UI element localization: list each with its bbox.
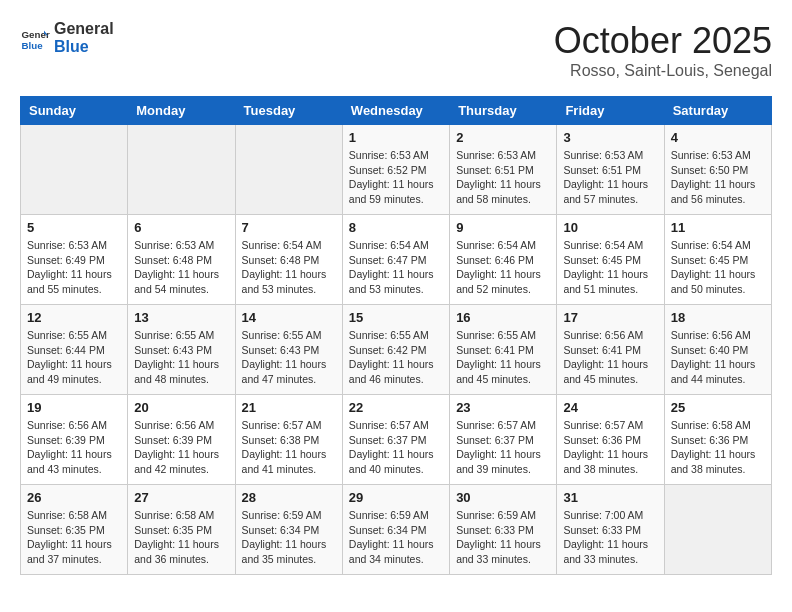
calendar-cell: 1Sunrise: 6:53 AM Sunset: 6:52 PM Daylig…: [342, 125, 449, 215]
calendar-cell: 30Sunrise: 6:59 AM Sunset: 6:33 PM Dayli…: [450, 485, 557, 575]
day-number: 19: [27, 400, 121, 415]
day-info: Sunrise: 6:56 AM Sunset: 6:39 PM Dayligh…: [134, 418, 228, 477]
day-info: Sunrise: 6:58 AM Sunset: 6:36 PM Dayligh…: [671, 418, 765, 477]
calendar-cell: 29Sunrise: 6:59 AM Sunset: 6:34 PM Dayli…: [342, 485, 449, 575]
calendar-cell: 28Sunrise: 6:59 AM Sunset: 6:34 PM Dayli…: [235, 485, 342, 575]
day-number: 30: [456, 490, 550, 505]
day-number: 6: [134, 220, 228, 235]
calendar-cell: 13Sunrise: 6:55 AM Sunset: 6:43 PM Dayli…: [128, 305, 235, 395]
month-title: October 2025: [554, 20, 772, 62]
day-number: 4: [671, 130, 765, 145]
week-row-2: 5Sunrise: 6:53 AM Sunset: 6:49 PM Daylig…: [21, 215, 772, 305]
day-number: 9: [456, 220, 550, 235]
day-info: Sunrise: 6:57 AM Sunset: 6:37 PM Dayligh…: [349, 418, 443, 477]
day-info: Sunrise: 6:56 AM Sunset: 6:41 PM Dayligh…: [563, 328, 657, 387]
logo-icon: General Blue: [20, 23, 50, 53]
day-number: 20: [134, 400, 228, 415]
calendar-cell: 19Sunrise: 6:56 AM Sunset: 6:39 PM Dayli…: [21, 395, 128, 485]
weekday-header-thursday: Thursday: [450, 97, 557, 125]
day-info: Sunrise: 6:55 AM Sunset: 6:43 PM Dayligh…: [134, 328, 228, 387]
day-info: Sunrise: 6:53 AM Sunset: 6:51 PM Dayligh…: [563, 148, 657, 207]
day-number: 14: [242, 310, 336, 325]
day-info: Sunrise: 6:54 AM Sunset: 6:46 PM Dayligh…: [456, 238, 550, 297]
header: General Blue General Blue October 2025 R…: [20, 20, 772, 80]
day-info: Sunrise: 6:53 AM Sunset: 6:49 PM Dayligh…: [27, 238, 121, 297]
calendar-cell: 27Sunrise: 6:58 AM Sunset: 6:35 PM Dayli…: [128, 485, 235, 575]
day-info: Sunrise: 6:55 AM Sunset: 6:43 PM Dayligh…: [242, 328, 336, 387]
day-number: 25: [671, 400, 765, 415]
week-row-1: 1Sunrise: 6:53 AM Sunset: 6:52 PM Daylig…: [21, 125, 772, 215]
day-number: 24: [563, 400, 657, 415]
day-number: 17: [563, 310, 657, 325]
day-number: 7: [242, 220, 336, 235]
weekday-header-tuesday: Tuesday: [235, 97, 342, 125]
day-info: Sunrise: 6:54 AM Sunset: 6:48 PM Dayligh…: [242, 238, 336, 297]
calendar-cell: [235, 125, 342, 215]
calendar-cell: 14Sunrise: 6:55 AM Sunset: 6:43 PM Dayli…: [235, 305, 342, 395]
day-info: Sunrise: 6:57 AM Sunset: 6:36 PM Dayligh…: [563, 418, 657, 477]
day-info: Sunrise: 6:57 AM Sunset: 6:38 PM Dayligh…: [242, 418, 336, 477]
location-title: Rosso, Saint-Louis, Senegal: [554, 62, 772, 80]
day-info: Sunrise: 6:58 AM Sunset: 6:35 PM Dayligh…: [134, 508, 228, 567]
day-info: Sunrise: 6:53 AM Sunset: 6:52 PM Dayligh…: [349, 148, 443, 207]
calendar-cell: 5Sunrise: 6:53 AM Sunset: 6:49 PM Daylig…: [21, 215, 128, 305]
day-number: 27: [134, 490, 228, 505]
day-number: 3: [563, 130, 657, 145]
day-number: 15: [349, 310, 443, 325]
logo-blue: Blue: [54, 38, 114, 56]
day-info: Sunrise: 6:55 AM Sunset: 6:41 PM Dayligh…: [456, 328, 550, 387]
day-info: Sunrise: 6:57 AM Sunset: 6:37 PM Dayligh…: [456, 418, 550, 477]
weekday-header-saturday: Saturday: [664, 97, 771, 125]
calendar-cell: 8Sunrise: 6:54 AM Sunset: 6:47 PM Daylig…: [342, 215, 449, 305]
day-number: 21: [242, 400, 336, 415]
day-number: 8: [349, 220, 443, 235]
day-info: Sunrise: 6:54 AM Sunset: 6:47 PM Dayligh…: [349, 238, 443, 297]
day-number: 10: [563, 220, 657, 235]
calendar-cell: 3Sunrise: 6:53 AM Sunset: 6:51 PM Daylig…: [557, 125, 664, 215]
svg-text:Blue: Blue: [22, 39, 44, 50]
calendar-cell: 31Sunrise: 7:00 AM Sunset: 6:33 PM Dayli…: [557, 485, 664, 575]
calendar-cell: 4Sunrise: 6:53 AM Sunset: 6:50 PM Daylig…: [664, 125, 771, 215]
day-info: Sunrise: 6:56 AM Sunset: 6:39 PM Dayligh…: [27, 418, 121, 477]
day-info: Sunrise: 6:53 AM Sunset: 6:50 PM Dayligh…: [671, 148, 765, 207]
day-number: 23: [456, 400, 550, 415]
day-info: Sunrise: 6:54 AM Sunset: 6:45 PM Dayligh…: [671, 238, 765, 297]
weekday-header-monday: Monday: [128, 97, 235, 125]
calendar-cell: 25Sunrise: 6:58 AM Sunset: 6:36 PM Dayli…: [664, 395, 771, 485]
calendar-cell: [664, 485, 771, 575]
day-info: Sunrise: 6:54 AM Sunset: 6:45 PM Dayligh…: [563, 238, 657, 297]
day-number: 26: [27, 490, 121, 505]
day-info: Sunrise: 6:53 AM Sunset: 6:51 PM Dayligh…: [456, 148, 550, 207]
week-row-4: 19Sunrise: 6:56 AM Sunset: 6:39 PM Dayli…: [21, 395, 772, 485]
day-info: Sunrise: 6:56 AM Sunset: 6:40 PM Dayligh…: [671, 328, 765, 387]
calendar-cell: 17Sunrise: 6:56 AM Sunset: 6:41 PM Dayli…: [557, 305, 664, 395]
calendar-cell: 12Sunrise: 6:55 AM Sunset: 6:44 PM Dayli…: [21, 305, 128, 395]
day-info: Sunrise: 6:55 AM Sunset: 6:44 PM Dayligh…: [27, 328, 121, 387]
calendar-cell: 9Sunrise: 6:54 AM Sunset: 6:46 PM Daylig…: [450, 215, 557, 305]
day-number: 22: [349, 400, 443, 415]
day-info: Sunrise: 6:59 AM Sunset: 6:33 PM Dayligh…: [456, 508, 550, 567]
calendar-cell: 26Sunrise: 6:58 AM Sunset: 6:35 PM Dayli…: [21, 485, 128, 575]
calendar-cell: 23Sunrise: 6:57 AM Sunset: 6:37 PM Dayli…: [450, 395, 557, 485]
day-number: 18: [671, 310, 765, 325]
weekday-header-wednesday: Wednesday: [342, 97, 449, 125]
logo: General Blue General Blue: [20, 20, 114, 55]
calendar-cell: [128, 125, 235, 215]
day-info: Sunrise: 6:59 AM Sunset: 6:34 PM Dayligh…: [242, 508, 336, 567]
day-number: 31: [563, 490, 657, 505]
day-info: Sunrise: 6:53 AM Sunset: 6:48 PM Dayligh…: [134, 238, 228, 297]
day-number: 28: [242, 490, 336, 505]
calendar-table: SundayMondayTuesdayWednesdayThursdayFrid…: [20, 96, 772, 575]
week-row-5: 26Sunrise: 6:58 AM Sunset: 6:35 PM Dayli…: [21, 485, 772, 575]
calendar-cell: 16Sunrise: 6:55 AM Sunset: 6:41 PM Dayli…: [450, 305, 557, 395]
day-number: 16: [456, 310, 550, 325]
calendar-cell: 6Sunrise: 6:53 AM Sunset: 6:48 PM Daylig…: [128, 215, 235, 305]
calendar-cell: 15Sunrise: 6:55 AM Sunset: 6:42 PM Dayli…: [342, 305, 449, 395]
title-area: October 2025 Rosso, Saint-Louis, Senegal: [554, 20, 772, 80]
calendar-cell: 10Sunrise: 6:54 AM Sunset: 6:45 PM Dayli…: [557, 215, 664, 305]
day-number: 12: [27, 310, 121, 325]
day-info: Sunrise: 6:55 AM Sunset: 6:42 PM Dayligh…: [349, 328, 443, 387]
logo-general: General: [54, 20, 114, 38]
calendar-header: SundayMondayTuesdayWednesdayThursdayFrid…: [21, 97, 772, 125]
calendar-cell: 21Sunrise: 6:57 AM Sunset: 6:38 PM Dayli…: [235, 395, 342, 485]
